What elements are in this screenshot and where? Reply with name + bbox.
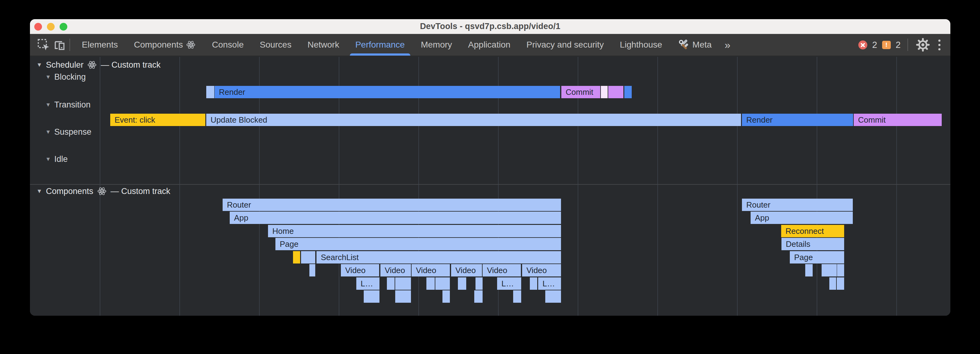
flame-bar-l[interactable]: L… <box>356 277 379 290</box>
flame-bar-render[interactable]: Render <box>742 114 853 126</box>
gridline <box>737 57 738 316</box>
flame-bar[interactable] <box>545 290 561 303</box>
tab-meta[interactable]: Meta <box>670 34 720 56</box>
collapse-triangle-icon[interactable]: ▼ <box>45 102 51 108</box>
inspect-element-icon[interactable] <box>35 37 52 53</box>
flame-bar[interactable] <box>395 277 411 290</box>
flame-bar[interactable] <box>442 290 450 303</box>
tab-privacy-and-security[interactable]: Privacy and security <box>519 34 612 56</box>
flame-bar-render[interactable]: Render <box>215 86 560 98</box>
collapse-triangle-icon[interactable]: ▼ <box>37 61 42 68</box>
flame-bar-router[interactable]: Router <box>742 199 853 211</box>
flame-bar-video[interactable]: Video <box>341 264 379 276</box>
flame-bar[interactable] <box>206 86 214 98</box>
tab-memory[interactable]: Memory <box>413 34 460 56</box>
flame-bar-video[interactable]: Video <box>412 264 450 276</box>
flame-bar[interactable] <box>309 264 315 276</box>
collapse-triangle-icon[interactable]: ▼ <box>45 74 51 80</box>
flame-bar-video[interactable]: Video <box>522 264 561 276</box>
tab-network[interactable]: Network <box>299 34 347 56</box>
lane-idle[interactable]: ▼Idle <box>45 155 68 164</box>
flame-bar[interactable] <box>364 290 379 303</box>
flame-bar-app[interactable]: App <box>230 212 561 224</box>
flame-bar[interactable] <box>829 277 836 290</box>
device-toolbar-icon[interactable] <box>52 37 68 53</box>
warning-badge-icon[interactable]: ! <box>882 41 891 49</box>
performance-flame-chart[interactable]: ▼ Scheduler — Custom track ▼ Components … <box>30 56 950 316</box>
flame-bar[interactable] <box>530 277 537 290</box>
flame-bar-app[interactable]: App <box>751 212 853 224</box>
tab-label: Performance <box>355 40 405 50</box>
flame-bar-video[interactable]: Video <box>483 264 521 276</box>
tab-label: Elements <box>82 40 118 50</box>
flame-bar[interactable] <box>624 86 632 98</box>
lane-blocking[interactable]: ▼Blocking <box>45 72 86 82</box>
settings-gear-icon[interactable] <box>915 37 931 53</box>
flame-bar[interactable] <box>387 277 395 290</box>
flame-bar-page[interactable]: Page <box>790 251 844 263</box>
flame-bar-home[interactable]: Home <box>268 225 561 237</box>
flame-bar[interactable] <box>822 264 837 276</box>
flame-bar-update-blocked[interactable]: Update Blocked <box>206 114 741 126</box>
minimize-window-button[interactable] <box>47 23 55 30</box>
collapse-triangle-icon[interactable]: ▼ <box>45 129 51 135</box>
flame-bar[interactable] <box>805 264 813 276</box>
flame-bar[interactable] <box>458 277 466 290</box>
flame-bar[interactable] <box>476 277 483 290</box>
lane-transition[interactable]: ▼Transition <box>45 100 91 110</box>
tab-sources[interactable]: Sources <box>251 34 299 56</box>
flame-bar-event-click[interactable]: Event: click <box>110 114 205 126</box>
flame-bar-l[interactable]: L… <box>497 277 521 290</box>
flame-bar-l[interactable]: L… <box>538 277 561 290</box>
flame-bar-commit[interactable]: Commit <box>561 86 600 98</box>
flame-bar[interactable] <box>435 277 450 290</box>
close-window-button[interactable] <box>34 23 42 30</box>
tab-lighthouse[interactable]: Lighthouse <box>612 34 670 56</box>
error-count[interactable]: 2 <box>872 40 877 50</box>
tab-elements[interactable]: Elements <box>74 34 126 56</box>
flame-bar-router[interactable]: Router <box>223 199 561 211</box>
flame-bar-page[interactable]: Page <box>275 238 561 250</box>
flame-bar[interactable] <box>426 277 435 290</box>
flame-bar[interactable] <box>301 251 315 263</box>
flame-bar-commit[interactable]: Commit <box>854 114 942 126</box>
flame-bar[interactable] <box>474 290 483 303</box>
flame-bar-reconnect[interactable]: Reconnect <box>781 225 844 237</box>
active-tab-underline <box>350 53 410 56</box>
more-options-icon[interactable] <box>936 38 943 52</box>
track-title: Scheduler <box>46 60 84 70</box>
collapse-triangle-icon[interactable]: ▼ <box>37 188 42 195</box>
tab-label: Console <box>212 40 243 50</box>
flame-bar[interactable] <box>837 264 844 276</box>
track-header-components[interactable]: ▼ Components — Custom track <box>37 186 170 196</box>
flame-bar-searchlist[interactable]: SearchList <box>317 251 561 263</box>
flame-bar[interactable] <box>601 86 608 98</box>
flame-bar[interactable] <box>293 251 300 263</box>
lane-label: Blocking <box>54 72 86 82</box>
tab-console[interactable]: Console <box>204 34 251 56</box>
toolbar-separator <box>70 38 70 51</box>
tab-strip: ElementsComponentsConsoleSourcesNetworkP… <box>74 34 720 56</box>
collapse-triangle-icon[interactable]: ▼ <box>45 156 51 163</box>
flame-bar[interactable] <box>513 290 521 303</box>
lane-suspense[interactable]: ▼Suspense <box>45 127 91 137</box>
flame-bar-video[interactable]: Video <box>451 264 482 276</box>
zoom-window-button[interactable] <box>60 23 67 30</box>
toolbar-separator <box>907 38 908 51</box>
warning-count[interactable]: 2 <box>896 40 900 50</box>
flame-bar[interactable] <box>608 86 624 98</box>
flame-bar[interactable] <box>395 290 411 303</box>
flame-bar[interactable] <box>837 277 844 290</box>
tab-label: Components <box>134 40 183 50</box>
more-tabs-icon[interactable]: » <box>720 40 735 50</box>
flame-bar-details[interactable]: Details <box>781 238 844 250</box>
error-badge-icon[interactable] <box>858 40 867 49</box>
tab-application[interactable]: Application <box>460 34 519 56</box>
track-header-scheduler[interactable]: ▼ Scheduler — Custom track <box>37 60 161 70</box>
tab-label: Meta <box>692 40 712 50</box>
react-atom-icon <box>186 40 196 50</box>
tab-performance[interactable]: Performance <box>347 34 413 56</box>
window-titlebar[interactable]: DevTools - qsvd7p.csb.app/video/1 <box>30 19 950 34</box>
tab-components[interactable]: Components <box>126 34 204 56</box>
flame-bar-video[interactable]: Video <box>380 264 411 276</box>
